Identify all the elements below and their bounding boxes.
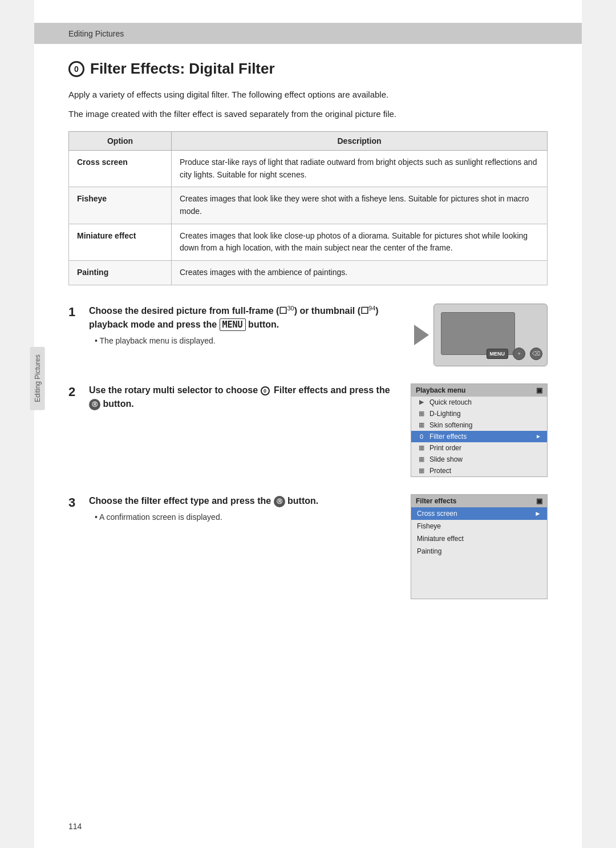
step-2-text: Use the rotary multi selector to choose … bbox=[89, 383, 399, 411]
step-1-content: Choose the desired picture from full-fra… bbox=[89, 304, 403, 345]
menu-item-slideshow[interactable]: ▦ Slide show bbox=[411, 454, 547, 465]
desc-cross-screen: Produce star-like rays of light that rad… bbox=[172, 151, 548, 187]
print-icon: ▦ bbox=[417, 444, 426, 451]
play-icon: ▶ bbox=[417, 398, 426, 406]
filter-item-empty2 bbox=[411, 571, 547, 585]
step-2-left: 2 Use the rotary multi selector to choos… bbox=[68, 383, 399, 415]
chevron-right-icon: ► bbox=[534, 510, 541, 518]
menu-item-dlighting[interactable]: ▦ D-Lighting bbox=[411, 408, 547, 419]
step-3-number: 3 bbox=[68, 494, 89, 510]
menu-item-label: Filter effects bbox=[429, 433, 467, 441]
desc-fisheye: Creates images that look like they were … bbox=[172, 187, 548, 224]
sidebar-label: Editing Pictures bbox=[30, 346, 45, 410]
playback-menu-screenshot: Playback menu ▣ ▶ Quick retouch ▦ D-Ligh… bbox=[411, 383, 548, 477]
breadcrumb: Editing Pictures bbox=[68, 29, 124, 38]
delete-button: ⌫ bbox=[530, 348, 542, 360]
filter-inline-icon: 0 bbox=[261, 386, 270, 395]
step-1-bullet: The playback menu is displayed. bbox=[95, 336, 403, 345]
step-1-image: MENU ⚬ ⌫ bbox=[414, 304, 548, 366]
filter-icon: 0 bbox=[68, 61, 84, 77]
section-title: 0 Filter Effects: Digital Filter bbox=[68, 60, 548, 78]
menu-item-label: Slide show bbox=[429, 455, 463, 463]
desc-miniature: Creates images that look like close-up p… bbox=[172, 224, 548, 260]
menu-item-skin[interactable]: ▦ Skin softening bbox=[411, 419, 547, 431]
menu-item-label: Protect bbox=[429, 467, 451, 475]
protect-icon: ▦ bbox=[417, 467, 426, 474]
menu-item-filter-effects[interactable]: 0 Filter effects ► bbox=[411, 431, 547, 442]
menu-item-quick-retouch[interactable]: ▶ Quick retouch bbox=[411, 397, 547, 408]
dlighting-icon: ▦ bbox=[417, 410, 426, 417]
filter-effects-icon: 0 bbox=[417, 433, 426, 440]
effects-table: Option Description Cross screen Produce … bbox=[68, 131, 548, 285]
menu-item-protect[interactable]: ▦ Protect bbox=[411, 465, 547, 477]
table-row: Fisheye Creates images that look like th… bbox=[69, 187, 548, 224]
step-3-image: Filter effects ▣ Cross screen ► Fisheye … bbox=[411, 494, 548, 599]
menu-icon: ▣ bbox=[536, 497, 542, 505]
menu-item-label: Quick retouch bbox=[429, 398, 472, 406]
intro-line2: The image created with the filter effect… bbox=[68, 107, 548, 121]
step-1: 1 Choose the desired picture from full-f… bbox=[68, 304, 548, 366]
step-1-number: 1 bbox=[68, 304, 89, 320]
menu-icon: ▣ bbox=[536, 386, 542, 394]
col-desc-header: Description bbox=[172, 132, 548, 151]
page-title: Filter Effects: Digital Filter bbox=[90, 60, 275, 78]
step-3: 3 Choose the filter effect type and pres… bbox=[68, 494, 548, 599]
menu-cam-button: MENU bbox=[487, 349, 509, 359]
filter-item-fisheye[interactable]: Fisheye bbox=[411, 520, 547, 532]
step-1-left: 1 Choose the desired picture from full-f… bbox=[68, 304, 403, 345]
menu-item-print[interactable]: ▦ Print order bbox=[411, 442, 547, 454]
menu-item-label: Print order bbox=[429, 444, 461, 452]
option-painting: Painting bbox=[69, 261, 172, 285]
slideshow-icon: ▦ bbox=[417, 455, 426, 463]
step-3-bullet-item: A confirmation screen is displayed. bbox=[95, 512, 399, 522]
step-3-content: Choose the filter effect type and press … bbox=[89, 494, 399, 522]
filter-item-cross-screen[interactable]: Cross screen ► bbox=[411, 507, 547, 520]
arrow-icon bbox=[414, 325, 429, 345]
filter-item-miniature[interactable]: Miniature effect bbox=[411, 532, 547, 545]
intro-line1: Apply a variety of effects using digital… bbox=[68, 88, 548, 102]
option-miniature: Miniature effect bbox=[69, 224, 172, 260]
menu-button-label: MENU bbox=[220, 318, 246, 331]
step-2-content: Use the rotary multi selector to choose … bbox=[89, 383, 399, 415]
rotary-button: ⚬ bbox=[513, 348, 525, 360]
ok-btn-step3: Ⓡ bbox=[274, 496, 285, 507]
page: Editing Pictures 0 Filter Effects: Digit… bbox=[34, 0, 582, 848]
header-bar: Editing Pictures bbox=[34, 23, 582, 44]
filter-item-empty3 bbox=[411, 585, 547, 599]
step-1-text: Choose the desired picture from full-fra… bbox=[89, 304, 403, 332]
table-row: Painting Creates images with the ambienc… bbox=[69, 261, 548, 285]
skin-icon: ▦ bbox=[417, 421, 426, 429]
table-row: Cross screen Produce star-like rays of l… bbox=[69, 151, 548, 187]
filter-menu-screenshot: Filter effects ▣ Cross screen ► Fisheye … bbox=[411, 494, 548, 599]
playback-menu-title: Playback menu ▣ bbox=[411, 384, 547, 397]
chevron-right-icon: ► bbox=[536, 433, 541, 439]
desc-painting: Creates images with the ambience of pain… bbox=[172, 261, 548, 285]
step-2-image: Playback menu ▣ ▶ Quick retouch ▦ D-Ligh… bbox=[411, 383, 548, 477]
option-cross-screen: Cross screen bbox=[69, 151, 172, 187]
page-number: 114 bbox=[68, 822, 82, 831]
step-1-bullet-item: The playback menu is displayed. bbox=[95, 336, 403, 345]
step-3-text: Choose the filter effect type and press … bbox=[89, 494, 399, 508]
step-2-number: 2 bbox=[68, 383, 89, 399]
step-3-left: 3 Choose the filter effect type and pres… bbox=[68, 494, 399, 522]
col-option-header: Option bbox=[69, 132, 172, 151]
filter-item-painting[interactable]: Painting bbox=[411, 545, 547, 558]
camera-buttons: MENU ⚬ ⌫ bbox=[487, 348, 543, 360]
filter-menu-title: Filter effects ▣ bbox=[411, 495, 547, 507]
menu-item-label: D-Lighting bbox=[429, 410, 461, 418]
ok-button-label: Ⓡ bbox=[89, 399, 100, 410]
camera-diagram-container: MENU ⚬ ⌫ bbox=[414, 304, 548, 366]
table-row: Miniature effect Creates images that loo… bbox=[69, 224, 548, 260]
filter-item-empty1 bbox=[411, 558, 547, 571]
option-fisheye: Fisheye bbox=[69, 187, 172, 224]
step-3-bullet: A confirmation screen is displayed. bbox=[95, 512, 399, 522]
step-2: 2 Use the rotary multi selector to choos… bbox=[68, 383, 548, 477]
menu-item-label: Skin softening bbox=[429, 421, 472, 429]
steps-section: 1 Choose the desired picture from full-f… bbox=[68, 304, 548, 599]
camera-body: MENU ⚬ ⌫ bbox=[433, 304, 548, 366]
